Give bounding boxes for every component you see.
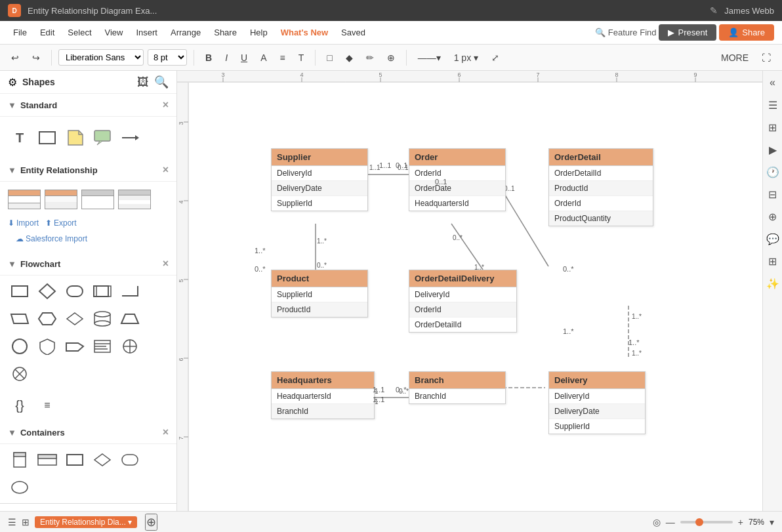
- bold-button[interactable]: B: [201, 50, 216, 66]
- right-layers-icon[interactable]: ⊟: [765, 186, 781, 202]
- fill-shape-button[interactable]: □: [322, 50, 337, 66]
- font-family-select[interactable]: Liberation Sans: [58, 49, 144, 66]
- zoom-in-button[interactable]: +: [738, 517, 743, 527]
- cont-rect[interactable]: [63, 448, 87, 472]
- right-clock-icon[interactable]: 🕐: [765, 164, 781, 180]
- fc-shield[interactable]: [35, 335, 59, 358]
- headquarters-table[interactable]: Headquarters HeadquartersId BranchId: [271, 371, 375, 419]
- close-er-icon[interactable]: ×: [163, 164, 169, 176]
- right-grid-icon[interactable]: ⊞: [765, 253, 781, 269]
- delivery-table[interactable]: Delivery DeliveryId DeliveryDate Supplie…: [548, 371, 646, 434]
- fc-para[interactable]: [8, 307, 31, 331]
- fc-equals[interactable]: ≡: [35, 394, 59, 417]
- image-icon[interactable]: 🖼: [137, 75, 149, 89]
- search-icon[interactable]: 🔍: [154, 75, 169, 89]
- note-shape[interactable]: [63, 126, 87, 150]
- flowchart-section-header[interactable]: ▼ Flowchart ×: [0, 253, 176, 276]
- er-shape-2[interactable]: [45, 190, 77, 209]
- right-collapse-icon[interactable]: «: [765, 75, 781, 91]
- fc-diamond[interactable]: [35, 279, 59, 303]
- more-button[interactable]: MORE: [716, 50, 753, 66]
- right-location-icon[interactable]: ⊕: [765, 209, 781, 224]
- fullscreen-button[interactable]: ⛶: [757, 50, 775, 66]
- fc-circle[interactable]: [8, 335, 31, 358]
- line-weight-button[interactable]: 1 px ▾: [449, 50, 483, 66]
- connection-style-button[interactable]: ⊕: [382, 50, 400, 66]
- cont-wide[interactable]: [35, 448, 59, 472]
- zoom-out-button[interactable]: —: [666, 517, 675, 527]
- export-button[interactable]: ⬆ Export: [45, 218, 77, 228]
- product-table[interactable]: Product SupplierId ProductId: [271, 270, 368, 317]
- er-shape-3[interactable]: [81, 190, 114, 209]
- er-shape-4[interactable]: [118, 190, 151, 209]
- fc-braces[interactable]: {}: [8, 394, 31, 417]
- er-shape-1[interactable]: [8, 190, 41, 209]
- canvas-area[interactable]: 3 4 5 6 7 8 9 3 4: [177, 71, 762, 511]
- cont-tall[interactable]: [8, 448, 31, 472]
- standard-section-header[interactable]: ▼ Standard ×: [0, 94, 176, 117]
- fc-crosshair[interactable]: [118, 335, 142, 358]
- list-view-button[interactable]: ☰: [8, 517, 16, 527]
- zoom-dropdown-button[interactable]: ▾: [770, 517, 774, 527]
- right-presentation-icon[interactable]: ▶: [765, 142, 781, 157]
- cont-ellipse[interactable]: [8, 476, 31, 499]
- orderdetail-table[interactable]: OrderDetail OrderDetailId ProductId Orde…: [548, 148, 653, 226]
- font-size-select[interactable]: 8 pt: [148, 49, 187, 66]
- close-flowchart-icon[interactable]: ×: [163, 258, 169, 270]
- fc-list[interactable]: [91, 335, 114, 358]
- fc-hex[interactable]: [35, 307, 59, 331]
- edit-icon[interactable]: ✎: [710, 5, 718, 16]
- share-button[interactable]: 👤 Share: [719, 24, 774, 41]
- italic-button[interactable]: I: [220, 50, 232, 66]
- fc-diamond2[interactable]: [63, 307, 87, 331]
- menu-arrange[interactable]: Arrange: [165, 25, 206, 40]
- feature-find[interactable]: 🔍 Feature Find: [595, 28, 657, 37]
- containers-section-header[interactable]: ▼ Containers ×: [0, 421, 176, 444]
- right-comment-icon[interactable]: 💬: [765, 231, 781, 247]
- branch-table[interactable]: Branch BranchId: [409, 371, 506, 404]
- er-section-header[interactable]: ▼ Entity Relationship ×: [0, 159, 176, 182]
- menu-help[interactable]: Help: [245, 25, 273, 40]
- callout-shape[interactable]: [91, 126, 114, 150]
- present-button[interactable]: ▶ Present: [659, 24, 716, 41]
- arrow-shape[interactable]: [118, 126, 142, 150]
- line-style-button[interactable]: ——▾: [413, 50, 445, 66]
- right-format-icon[interactable]: ☰: [765, 97, 781, 113]
- salesforce-button[interactable]: ☁ Salesforce Import: [8, 232, 95, 246]
- menu-share[interactable]: Share: [209, 25, 242, 40]
- fc-trap[interactable]: [118, 307, 142, 331]
- fill-color-button[interactable]: ◆: [341, 50, 358, 66]
- supplier-table[interactable]: Supplier DeliveryId DeliveryDate Supplie…: [271, 148, 368, 211]
- menu-file[interactable]: File: [8, 25, 32, 40]
- grid-view-button[interactable]: ⊞: [22, 517, 30, 527]
- font-color-button[interactable]: A: [256, 50, 271, 66]
- align-button[interactable]: ≡: [275, 50, 289, 66]
- menu-insert[interactable]: Insert: [131, 25, 163, 40]
- fc-cyl[interactable]: [91, 307, 114, 331]
- menu-whats-new[interactable]: What's New: [276, 25, 333, 40]
- fc-arrow-right[interactable]: [63, 335, 87, 358]
- close-standard-icon[interactable]: ×: [163, 99, 169, 111]
- fc-x-circle[interactable]: [8, 362, 31, 386]
- menu-edit[interactable]: Edit: [35, 25, 60, 40]
- menu-select[interactable]: Select: [62, 25, 96, 40]
- cont-diamond[interactable]: [91, 448, 114, 472]
- right-table-icon[interactable]: ⊞: [765, 119, 781, 135]
- order-table[interactable]: Order OrderId OrderDate HeadquartersId: [409, 148, 506, 211]
- undo-button[interactable]: ↩: [7, 50, 24, 66]
- zoom-slider[interactable]: [680, 521, 733, 523]
- fc-rounded[interactable]: [63, 279, 87, 303]
- rect-shape[interactable]: [35, 126, 59, 150]
- line-color-button[interactable]: ✏: [361, 50, 379, 66]
- text-shape[interactable]: T: [8, 126, 31, 150]
- fc-rect[interactable]: [8, 279, 31, 303]
- add-page-button[interactable]: ⊕: [145, 514, 157, 531]
- redo-button[interactable]: ↪: [28, 50, 45, 66]
- import-data-bar[interactable]: ⬒ Import Data: [0, 503, 176, 511]
- waypoint-button[interactable]: ⤢: [487, 50, 504, 66]
- page-tab[interactable]: Entity Relationship Dia... ▾: [35, 516, 137, 528]
- canvas-content[interactable]: 1..1 0..1 0..1 1..* 0..* 0..* 1..* 1..* …: [189, 83, 762, 511]
- fc-corner[interactable]: [118, 279, 142, 303]
- cont-rounded[interactable]: [118, 448, 142, 472]
- right-magic-icon[interactable]: ✨: [765, 276, 781, 291]
